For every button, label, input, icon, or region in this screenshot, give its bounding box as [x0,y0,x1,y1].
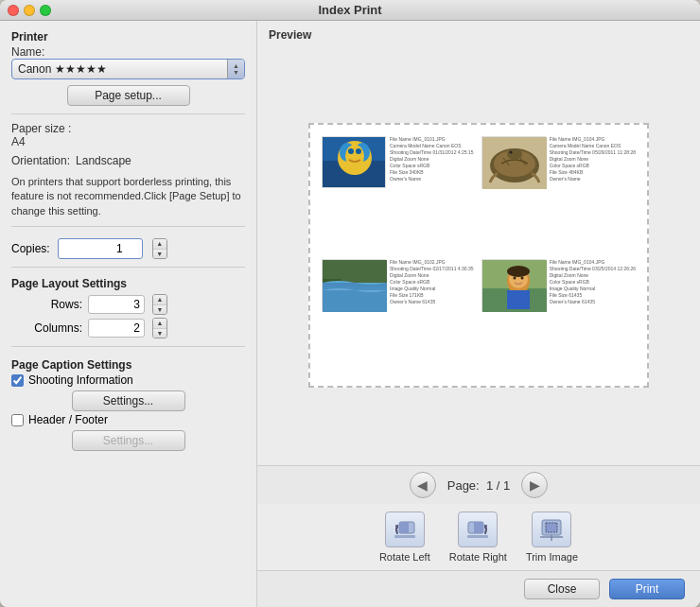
svg-point-5 [345,145,364,167]
svg-point-12 [509,151,512,154]
shooting-info-row: Shooting Information [11,373,245,387]
shooting-info-checkbox[interactable] [11,374,24,387]
photo-info-2: File Name IMG_0104.JPG Camera Model Name… [550,136,636,182]
name-label: Name: [11,45,245,59]
settings1-btn-row: Settings... [11,390,245,411]
orientation-value: Landscape [76,154,131,167]
rotate-left-button[interactable]: Rotate Left [379,512,430,563]
rotate-left-icon [385,512,425,547]
next-page-button[interactable]: ▶ [521,472,548,498]
preview-area: File Name IMG_0101.JPG Camera Model Name… [257,45,700,465]
page-current: 1 [486,478,493,493]
divider-3 [11,267,245,268]
svg-rect-27 [399,522,409,533]
app-window: Index Print Printer Name: Canon ★★★★★ ▲ … [0,0,700,607]
header-footer-checkbox[interactable] [11,414,24,426]
copies-input[interactable] [58,238,143,259]
svg-point-6 [348,148,354,154]
page-label: Page: [447,478,480,493]
rotate-right-button[interactable]: Rotate Right [449,512,507,563]
photo-thumb-child [481,259,546,311]
photo-info-4: File Name IMG_0104.JPG Shooting Date/Tim… [550,259,636,305]
photo-thumb-parrot [322,136,386,188]
right-panel: Preview [257,21,700,607]
layout-section: Page Layout Settings Rows: ▲ ▼ Columns: [11,277,245,338]
preview-page: File Name IMG_0101.JPG Camera Model Name… [308,123,649,388]
copies-increment-button[interactable]: ▲ [153,239,166,250]
cols-input[interactable] [88,319,145,338]
rows-input[interactable] [88,295,145,314]
left-panel: Printer Name: Canon ★★★★★ ▲ ▼ Page setup… [0,21,257,607]
paper-size-value: A4 [11,135,245,148]
svg-rect-28 [394,535,415,538]
borderless-info-text: On printers that support borderless prin… [11,175,245,218]
svg-rect-22 [507,290,530,309]
header-footer-label: Header / Footer [28,413,108,426]
copies-row: Copies: ▲ ▼ [11,238,245,259]
title-bar: Index Print [0,0,700,21]
svg-point-24 [513,277,516,280]
bottom-bar: Close Print [257,570,700,607]
page-setup-row: Page setup... [11,85,245,106]
rows-cols-grid: Rows: ▲ ▼ Columns: ▲ ▼ [11,294,245,338]
traffic-lights [8,5,51,16]
rotate-left-label: Rotate Left [379,551,430,563]
page-indicator: Page: 1 / 1 [447,478,511,493]
svg-point-25 [520,277,523,280]
cols-stepper[interactable]: ▲ ▼ [152,318,167,338]
trim-image-label: Trim Image [526,551,578,563]
layout-section-label: Page Layout Settings [11,277,245,290]
copies-stepper[interactable]: ▲ ▼ [152,238,167,259]
rows-decrement-button[interactable]: ▼ [153,305,166,315]
settings2-btn-row: Settings... [11,430,245,451]
cols-increment-button[interactable]: ▲ [153,319,166,329]
rotate-right-icon [458,512,498,547]
shooting-settings-button[interactable]: Settings... [72,390,185,411]
shooting-info-label: Shooting Information [28,373,133,387]
copies-decrement-button[interactable]: ▼ [153,250,166,259]
divider-2 [11,226,245,227]
divider-4 [11,346,245,347]
cols-row: Columns: ▲ ▼ [30,318,245,338]
trim-image-button[interactable]: Trim Image [526,512,578,563]
rows-stepper[interactable]: ▲ ▼ [152,294,167,315]
photo-cell-3: File Name IMG_0102.JPG Shooting Date/Tim… [322,259,474,374]
paper-size-section: Paper size : A4 [11,122,245,148]
orientation-label: Orientation: [11,154,70,167]
rows-row: Rows: ▲ ▼ [30,294,245,315]
caption-section: Page Caption Settings Shooting Informati… [11,358,245,453]
svg-point-11 [507,148,522,160]
svg-point-7 [356,148,361,154]
photo-cell-4: File Name IMG_0104.JPG Shooting Date/Tim… [481,259,636,374]
page-setup-button[interactable]: Page setup... [67,85,190,106]
action-row: Rotate Left Rotate Right [257,504,700,570]
close-window-button[interactable] [8,5,19,16]
rows-increment-button[interactable]: ▲ [153,295,166,305]
prev-page-button[interactable]: ◀ [410,472,436,498]
header-footer-settings-button[interactable]: Settings... [72,430,185,451]
minimize-window-button[interactable] [24,5,35,16]
window-title: Index Print [318,3,381,17]
nav-bar: ◀ Page: 1 / 1 ▶ [257,465,700,504]
divider-1 [11,113,245,114]
printer-select[interactable]: Canon ★★★★★ [11,59,245,79]
photo-cell-2: File Name IMG_0104.JPG Camera Model Name… [481,136,636,251]
printer-select-wrapper[interactable]: Canon ★★★★★ ▲ ▼ [11,59,245,79]
rows-label: Rows: [30,298,82,311]
cols-decrement-button[interactable]: ▼ [153,329,166,338]
caption-section-label: Page Caption Settings [11,358,245,372]
svg-rect-33 [546,523,557,532]
print-button[interactable]: Print [609,579,685,599]
cols-label: Columns: [30,321,82,335]
close-button[interactable]: Close [524,579,600,599]
photo-info-1: File Name IMG_0101.JPG Camera Model Name… [390,136,474,182]
svg-rect-30 [474,522,483,533]
svg-point-23 [507,266,530,277]
main-content: Printer Name: Canon ★★★★★ ▲ ▼ Page setup… [0,21,700,607]
svg-rect-31 [467,535,488,538]
printer-section: Printer Name: Canon ★★★★★ ▲ ▼ [11,30,245,79]
maximize-window-button[interactable] [40,5,51,16]
photo-thumb-tortoise [481,136,546,188]
page-total: 1 [503,478,510,493]
printer-section-label: Printer [11,30,245,43]
